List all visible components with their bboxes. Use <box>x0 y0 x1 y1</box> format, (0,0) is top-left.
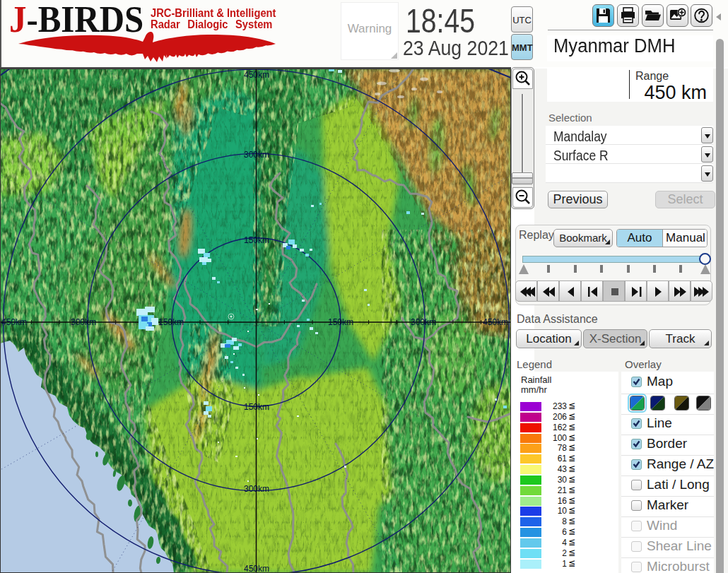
svg-text:300km: 300km <box>411 317 436 327</box>
svg-text:450km: 450km <box>244 70 269 80</box>
svg-text:450km: 450km <box>244 564 269 573</box>
svg-text:450km: 450km <box>1 317 27 327</box>
svg-text:150km: 150km <box>244 402 269 412</box>
svg-text:150km: 150km <box>244 235 269 245</box>
svg-text:300km: 300km <box>71 317 96 327</box>
svg-text:150km: 150km <box>328 317 353 327</box>
svg-text:150km: 150km <box>158 317 184 327</box>
svg-text:300km: 300km <box>244 484 269 494</box>
svg-text:450km: 450km <box>483 317 508 327</box>
svg-text:300km: 300km <box>244 150 269 160</box>
